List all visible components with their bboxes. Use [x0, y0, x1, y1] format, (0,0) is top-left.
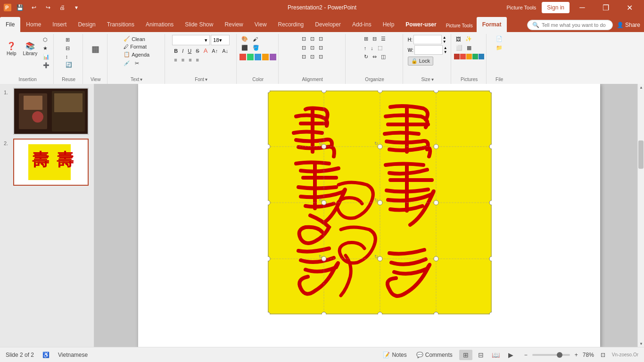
- normal-view-button[interactable]: ⊞: [459, 350, 472, 360]
- shapes-button[interactable]: ⬡: [41, 36, 51, 44]
- selection-pane-button[interactable]: ☰: [379, 35, 388, 43]
- align-top-right-button[interactable]: ⊡: [317, 35, 325, 43]
- bring-forward-button[interactable]: ↑: [362, 44, 369, 52]
- customize-qat-button[interactable]: ▾: [71, 2, 82, 13]
- zoom-thumb[interactable]: [557, 352, 562, 358]
- tab-design[interactable]: Design: [72, 17, 101, 32]
- align-top-left-button[interactable]: ⊡: [300, 35, 308, 43]
- distribute-h-button[interactable]: ⊡: [300, 53, 308, 61]
- minimize-button[interactable]: ─: [571, 0, 593, 15]
- tab-transitions[interactable]: Transitions: [101, 17, 140, 32]
- tab-recording[interactable]: Recording: [272, 17, 310, 32]
- zoom-in-button[interactable]: +: [572, 351, 581, 359]
- tab-home[interactable]: Home: [20, 17, 47, 32]
- reuse-2-button[interactable]: ⊟: [64, 44, 74, 52]
- tab-insert[interactable]: Insert: [47, 17, 72, 32]
- border-color-button[interactable]: 🖌: [251, 35, 260, 43]
- picture-border-button[interactable]: ⬜: [454, 44, 464, 52]
- italic-button[interactable]: I: [180, 47, 185, 55]
- accessibility-button[interactable]: ♿: [40, 351, 52, 359]
- increase-font-button[interactable]: A↑: [210, 47, 220, 55]
- slide-thumb-2[interactable]: 2. 壽 壽: [4, 139, 90, 186]
- lock-button[interactable]: 🔒 Lock: [408, 57, 433, 66]
- reuse-3-button[interactable]: ↕: [64, 53, 74, 60]
- distribute-v-button[interactable]: ⊡: [308, 53, 316, 61]
- picture-styles-button[interactable]: 🖼: [454, 35, 463, 43]
- library-button[interactable]: 📚 Library: [20, 35, 41, 63]
- scroll-down-button[interactable]: ▼: [638, 340, 644, 347]
- color-red-swatch[interactable]: [239, 54, 246, 60]
- zoom-out-button[interactable]: −: [521, 351, 530, 359]
- slide-thumb-1[interactable]: 1.: [4, 88, 90, 135]
- size-height-spinner[interactable]: ▲ ▼: [443, 35, 446, 44]
- pic-color-4[interactable]: [472, 54, 478, 59]
- comments-button[interactable]: 💬 Comments: [413, 351, 455, 359]
- view-button[interactable]: ▦: [88, 35, 103, 63]
- rotate-button[interactable]: ↻: [362, 53, 370, 61]
- send-backward-button[interactable]: ↓: [369, 44, 375, 52]
- slideshow-view-button[interactable]: ▶: [504, 350, 518, 360]
- align-middle-left-button[interactable]: ⊡: [300, 44, 308, 52]
- sign-in-button[interactable]: Sign in: [542, 2, 570, 13]
- slide-1-thumbnail[interactable]: [13, 88, 89, 135]
- align-middle-right-button[interactable]: ⊡: [317, 44, 325, 52]
- eyedropper-button[interactable]: 💉: [122, 59, 132, 67]
- pic-color-1[interactable]: [454, 54, 460, 59]
- zoom-slider[interactable]: [532, 354, 570, 356]
- save-qat-button[interactable]: 💾: [14, 2, 25, 13]
- help-button[interactable]: ❓ Help: [4, 35, 19, 63]
- print-preview-qat-button[interactable]: 🖨: [57, 2, 68, 13]
- decrease-font-button[interactable]: A↓: [220, 47, 230, 55]
- organize-extra-button[interactable]: ⬚: [376, 44, 384, 52]
- align-center-button[interactable]: ≡: [180, 56, 186, 64]
- font-family-dropdown[interactable]: ▾: [172, 35, 210, 45]
- fill-color-button[interactable]: 🎨: [239, 35, 250, 43]
- ungroup-button[interactable]: ⊟: [371, 35, 379, 43]
- group-button[interactable]: ⊞: [362, 35, 370, 43]
- align-left-button[interactable]: ≡: [172, 56, 179, 64]
- tell-me-box[interactable]: 🔍: [527, 20, 613, 30]
- arrange-extra-button[interactable]: ◫: [379, 53, 388, 61]
- close-button[interactable]: ✕: [619, 0, 640, 15]
- calligraphy-container[interactable]: ↻ ↻ ↻ ↻ ↻ ↻: [268, 90, 492, 314]
- align-right-button[interactable]: ≡: [187, 56, 193, 64]
- text-extra-button[interactable]: ✂: [133, 59, 141, 67]
- color-orange-swatch[interactable]: [262, 54, 269, 60]
- tab-view[interactable]: View: [249, 17, 272, 32]
- tab-format[interactable]: Format: [477, 17, 507, 32]
- agenda-button[interactable]: 📋 Agenda: [122, 50, 151, 58]
- tab-power-user[interactable]: Power-user: [400, 17, 442, 32]
- pic-color-3[interactable]: [466, 54, 472, 59]
- font-color-button[interactable]: A: [202, 46, 210, 55]
- paint-bucket-button[interactable]: 🪣: [251, 44, 261, 52]
- picture-layout-button[interactable]: ▦: [465, 44, 473, 52]
- tab-file[interactable]: File: [0, 17, 20, 32]
- insert-extra-button[interactable]: ➕: [41, 61, 51, 69]
- undo-qat-button[interactable]: ↩: [28, 2, 40, 13]
- notes-button[interactable]: 📝 Notes: [380, 351, 409, 359]
- picture-effects-button[interactable]: ✨: [463, 35, 474, 43]
- strikethrough-button[interactable]: S: [194, 47, 201, 55]
- reading-view-button[interactable]: 📖: [489, 350, 503, 360]
- share-button[interactable]: 👤 Share: [617, 22, 640, 28]
- tab-review[interactable]: Review: [219, 17, 248, 32]
- justify-button[interactable]: ≡: [194, 56, 201, 64]
- underline-button[interactable]: U: [186, 47, 193, 55]
- tab-animations[interactable]: Animations: [140, 17, 179, 32]
- tell-me-input[interactable]: [542, 22, 608, 28]
- charts-button[interactable]: 📊: [41, 53, 51, 61]
- size-height-input[interactable]: [413, 35, 442, 44]
- file-1-button[interactable]: 📄: [494, 35, 504, 43]
- color-green-swatch[interactable]: [247, 54, 254, 60]
- align-middle-button[interactable]: ⊡: [308, 44, 316, 52]
- reuse-4-button[interactable]: 🔄: [64, 61, 74, 69]
- slide-2-thumbnail[interactable]: 壽 壽: [13, 139, 89, 186]
- color-blue-swatch[interactable]: [255, 54, 261, 60]
- flip-button[interactable]: ⇔: [371, 53, 379, 61]
- tab-add-ins[interactable]: Add-ins: [347, 17, 377, 32]
- pic-color-5[interactable]: [479, 54, 484, 59]
- font-size-dropdown[interactable]: 18 ▾: [211, 35, 230, 45]
- tab-developer[interactable]: Developer: [309, 17, 347, 32]
- vertical-scrollbar[interactable]: ▲ ▼: [637, 84, 644, 347]
- color-purple-swatch[interactable]: [270, 54, 276, 60]
